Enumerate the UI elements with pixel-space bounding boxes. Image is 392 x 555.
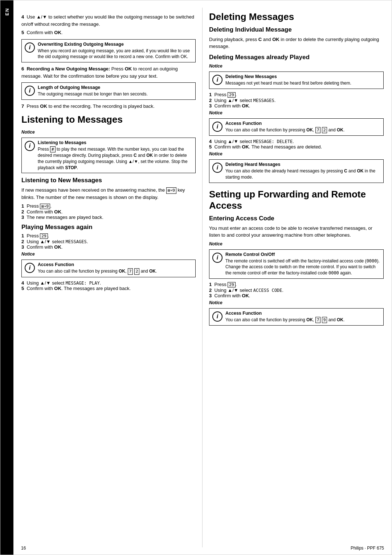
notice-label-access-fn: Notice: [209, 300, 384, 305]
left-column: 4 Use ▲/▼ to select whether you would li…: [13, 8, 203, 547]
step-ac-2: 2 Using ▲/▼ select ACCESS CODE.: [209, 287, 384, 293]
notice-length: i Length of Outgoing Message The outgoin…: [21, 82, 196, 100]
notice-text-access-play: You can also call the function by pressi…: [38, 268, 192, 274]
notice-title-del-new: Deleting New Messages: [225, 74, 380, 79]
step-play-3: 3 Confirm with OK.: [21, 244, 196, 250]
notice-icon-remote: i: [212, 253, 222, 263]
notice-text-del-heard: You can also delete the already heard me…: [225, 168, 380, 180]
notice-icon-access-fn: i: [212, 311, 222, 322]
forwarding-title: Setting up Forwarding and Remote Access: [209, 189, 384, 211]
steps-play-cont: 4 Using ▲/▼ select MESSAGE: PLAY. 5 Conf…: [21, 280, 196, 291]
right-column: Deleting Messages Deleting Individual Me…: [203, 8, 392, 547]
notice-icon-access-play: i: [25, 263, 35, 273]
notice-icon-listening: i: [25, 141, 35, 151]
notice-content-listening: Listening to Messages Press # to play th…: [38, 140, 192, 171]
step-new-1: 1 Press ⊠↝9.: [21, 203, 196, 209]
steps-delete-cont: 4 Using ▲/▼ select MESSAGE: DELETE. 5 Co…: [209, 139, 384, 150]
steps-new-messages: 1 Press ⊠↝9. 2 Confirm with OK. 3 The ne…: [21, 203, 196, 220]
notice-text-del-new: Messages not yet heard must be heard fir…: [225, 80, 380, 86]
step-ac-1: 1 Press 29.: [209, 282, 384, 287]
step-del-4: 4 Using ▲/▼ select MESSAGE: DELETE.: [209, 139, 384, 144]
listening-title: Listening to Messages: [21, 114, 196, 125]
notice-label-access-play: Notice: [21, 251, 196, 257]
deleting-individual-title: Deleting Individual Message: [209, 26, 384, 33]
deleting-played-title: Deleting Messages already Played: [209, 54, 384, 61]
step-play-2: 2 Using ▲/▼ select MESSAGES.: [21, 239, 196, 244]
step-ac-3: 3 Confirm with OK.: [209, 293, 384, 298]
steps-delete: 1 Press 29. 2 Using ▲/▼ select MESSAGES.…: [209, 92, 384, 109]
step-play-4: 4 Using ▲/▼ select MESSAGE: PLAY.: [21, 280, 196, 286]
notice-access-fn: i Access Function You can also call the …: [209, 308, 384, 326]
notice-title-del-heard: Deleting Heard Messages: [225, 162, 380, 167]
listening-new-text: If new messages have been received on th…: [21, 187, 196, 201]
notice-content-del-new: Deleting New Messages Messages not yet h…: [225, 74, 380, 86]
footer-brand: Philips · PPF 675: [351, 546, 384, 551]
notice-icon-del-heard: i: [212, 163, 222, 173]
footer: 16 Philips · PPF 675: [0, 546, 392, 551]
notice-content-access-play: Access Function You can also call the fu…: [38, 262, 192, 274]
notice-icon-overwriting: i: [25, 42, 35, 53]
listening-new-title: Listening to New Messages: [21, 177, 196, 184]
step-new-3: 3 The new messages are played back.: [21, 215, 196, 220]
step-new-2: 2 Confirm with OK.: [21, 209, 196, 215]
step-del-5: 5 Confirm with OK. The heard messages ar…: [209, 144, 384, 150]
step-del-3: 3 Confirm with OK.: [209, 103, 384, 109]
notice-content-remote: Remote Control On/Off The remote control…: [225, 252, 380, 276]
notice-deleting-new: i Deleting New Messages Messages not yet…: [209, 72, 384, 89]
step-7: 7 Press OK to end the recording. The rec…: [21, 103, 196, 110]
notice-label-del-heard: Notice: [209, 151, 384, 156]
deleting-title: Deleting Messages: [209, 11, 384, 23]
notice-text-remote: The remote control is switched off with …: [225, 258, 380, 276]
language-label: EN: [4, 8, 10, 16]
notice-text-access-del: You can also call the function by pressi…: [225, 127, 380, 133]
steps-access-code: 1 Press 29. 2 Using ▲/▼ select ACCESS CO…: [209, 282, 384, 298]
step-6: 6 Recording a New Outgoing Message: Pres…: [21, 65, 196, 79]
notice-content-length: Length of Outgoing Message The outgoing …: [38, 85, 192, 97]
notice-deleting-heard: i Deleting Heard Messages You can also d…: [209, 159, 384, 183]
step-del-2: 2 Using ▲/▼ select MESSAGES.: [209, 98, 384, 103]
notice-listening: i Listening to Messages Press # to play …: [21, 138, 196, 174]
step-play-5: 5 Confirm with OK. The messages are play…: [21, 286, 196, 291]
section-forwarding: Setting up Forwarding and Remote Access: [209, 189, 384, 211]
step-4: 4 Use ▲/▼ to select whether you would li…: [21, 13, 196, 28]
notice-remote: i Remote Control On/Off The remote contr…: [209, 249, 384, 279]
notice-text-length: The outgoing message must be longer than…: [38, 91, 192, 97]
step-del-1: 1 Press 29.: [209, 92, 384, 98]
notice-title-remote: Remote Control On/Off: [225, 252, 380, 257]
notice-label-listening: Notice: [21, 129, 196, 135]
notice-title-access-play: Access Function: [38, 262, 192, 267]
section-listening: Listening to Messages: [21, 114, 196, 125]
notice-content-access-fn: Access Function You can also call the fu…: [225, 311, 380, 323]
notice-title-listening: Listening to Messages: [38, 140, 192, 145]
step-play-1: 1 Press 29.: [21, 233, 196, 239]
steps-play: 1 Press 29. 2 Using ▲/▼ select MESSAGES.…: [21, 233, 196, 250]
notice-icon-del-new: i: [212, 75, 222, 85]
playing-again-title: Playing Messages again: [21, 224, 196, 231]
notice-label-remote: Notice: [209, 241, 384, 246]
step-5: 5 Confirm with OK.: [21, 29, 196, 36]
notice-title-access-del: Access Function: [225, 121, 380, 126]
notice-overwriting: i Overwriting Existing Outgoing Message …: [21, 39, 196, 63]
entering-code-title: Entering Access Code: [209, 215, 384, 222]
notice-text-listening: Press # to play the next message. With t…: [38, 146, 192, 171]
notice-text-access-fn: You can also call the function by pressi…: [225, 317, 380, 323]
notice-title-length: Length of Outgoing Message: [38, 85, 192, 90]
notice-text-overwriting: When you record an outgoing message, you…: [38, 48, 192, 60]
notice-title-overwriting: Overwriting Existing Outgoing Message: [38, 42, 192, 47]
notice-label-access-del: Notice: [209, 110, 384, 115]
notice-icon-access-del: i: [212, 122, 222, 132]
deleting-individual-text: During playback, press C and OK in order…: [209, 36, 384, 50]
notice-access-delete: i Access Function You can also call the …: [209, 118, 384, 136]
notice-label-del-new: Notice: [209, 63, 384, 69]
notice-title-access-fn: Access Function: [225, 311, 380, 316]
notice-icon-length: i: [25, 86, 35, 96]
footer-page-num: 16: [21, 546, 26, 551]
language-tab: EN: [0, 0, 13, 555]
notice-content-overwriting: Overwriting Existing Outgoing Message Wh…: [38, 42, 192, 60]
notice-content-access-del: Access Function You can also call the fu…: [225, 121, 380, 133]
entering-code-text: You must enter an access code to be able…: [209, 225, 384, 239]
notice-access-play: i Access Function You can also call the …: [21, 260, 196, 277]
notice-content-del-heard: Deleting Heard Messages You can also del…: [225, 162, 380, 180]
